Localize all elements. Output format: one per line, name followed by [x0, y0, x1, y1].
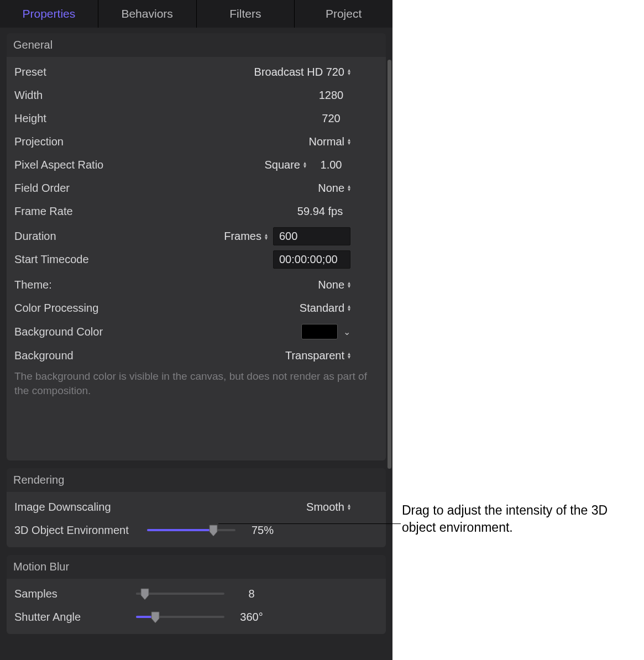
tab-behaviors[interactable]: Behaviors	[98, 0, 197, 28]
label-background: Background	[14, 349, 136, 362]
height-value[interactable]: 720	[312, 112, 350, 125]
row-duration: Duration Frames ▴▾	[7, 223, 386, 250]
callout-leader-line	[218, 523, 401, 524]
projection-popup[interactable]: Normal ▴▾	[309, 135, 350, 148]
row-preset: Preset Broadcast HD 720 ▴▾	[7, 60, 386, 83]
popup-stepper-icon: ▴▾	[348, 69, 350, 75]
label-3d-env: 3D Object Environment	[14, 524, 147, 537]
duration-input[interactable]	[273, 227, 350, 245]
par-mode-popup[interactable]: Square ▴▾	[265, 159, 307, 171]
section-general: General Preset Broadcast HD 720 ▴▾ Width	[7, 33, 386, 460]
color-proc-value: Standard	[300, 302, 344, 315]
row-color-proc: Color Processing Standard ▴▾	[7, 296, 386, 319]
projection-value: Normal	[309, 135, 344, 148]
popup-stepper-icon: ▴▾	[348, 504, 350, 510]
background-note: The background color is visible in the c…	[7, 367, 386, 403]
par-value[interactable]: 1.00	[312, 159, 350, 171]
tab-project[interactable]: Project	[295, 0, 392, 28]
downscaling-popup[interactable]: Smooth ▴▾	[306, 501, 350, 514]
row-field-order: Field Order None ▴▾	[7, 176, 386, 200]
popup-stepper-icon: ▴▾	[348, 138, 350, 145]
row-height: Height 720	[7, 107, 386, 130]
shutter-slider[interactable]	[136, 611, 224, 622]
section-header-general[interactable]: General	[7, 33, 386, 57]
tab-filters[interactable]: Filters	[197, 0, 295, 28]
background-popup[interactable]: Transparent ▴▾	[285, 349, 350, 362]
duration-mode-value: Frames	[224, 230, 261, 243]
label-field-order: Field Order	[14, 182, 136, 195]
inspector-panel: Properties Behaviors Filters Project Gen…	[0, 0, 392, 660]
frame-rate-value[interactable]: 59.94 fps	[290, 205, 350, 218]
chevron-down-icon[interactable]: ⌄	[343, 327, 350, 337]
label-shutter: Shutter Angle	[14, 611, 136, 624]
3d-env-slider[interactable]	[147, 525, 235, 536]
label-projection: Projection	[14, 135, 136, 148]
samples-slider[interactable]	[136, 588, 224, 599]
par-mode-value: Square	[265, 159, 301, 171]
duration-mode-popup[interactable]: Frames ▴▾	[224, 230, 268, 243]
popup-stepper-icon: ▴▾	[303, 161, 306, 168]
label-width: Width	[14, 89, 136, 102]
label-theme: Theme:	[14, 279, 136, 291]
inspector-tabs: Properties Behaviors Filters Project	[0, 0, 392, 28]
popup-stepper-icon: ▴▾	[348, 305, 350, 311]
row-frame-rate: Frame Rate 59.94 fps	[7, 200, 386, 223]
label-start-tc: Start Timecode	[14, 253, 136, 266]
row-start-tc: Start Timecode	[7, 250, 386, 273]
row-samples: Samples 8	[7, 582, 386, 605]
label-par: Pixel Aspect Ratio	[14, 159, 136, 171]
label-preset: Preset	[14, 66, 136, 78]
3d-env-value[interactable]: 75%	[243, 524, 282, 537]
downscaling-value: Smooth	[306, 501, 344, 514]
theme-popup[interactable]: None ▴▾	[318, 279, 350, 291]
field-order-value: None	[318, 182, 344, 195]
preset-value: Broadcast HD 720	[254, 66, 344, 78]
label-duration: Duration	[14, 230, 136, 243]
section-header-motion-blur[interactable]: Motion Blur	[7, 555, 386, 579]
label-frame-rate: Frame Rate	[14, 205, 136, 218]
label-color-proc: Color Processing	[14, 302, 136, 315]
row-theme: Theme: None ▴▾	[7, 273, 386, 296]
slider-thumb-icon	[140, 588, 150, 601]
row-background: Background Transparent ▴▾	[7, 344, 386, 367]
start-tc-input[interactable]	[273, 250, 350, 269]
row-shutter: Shutter Angle 360°	[7, 605, 386, 628]
background-value: Transparent	[285, 349, 344, 362]
label-height: Height	[14, 112, 136, 125]
row-width: Width 1280	[7, 83, 386, 107]
slider-thumb-icon	[150, 611, 160, 624]
popup-stepper-icon: ▴▾	[348, 352, 350, 359]
shutter-value[interactable]: 360°	[232, 611, 271, 624]
color-proc-popup[interactable]: Standard ▴▾	[300, 302, 350, 315]
callout-text: Drag to adjust the intensity of the 3D o…	[402, 502, 634, 536]
row-bg-color: Background Color ⌄	[7, 319, 386, 344]
row-par: Pixel Aspect Ratio Square ▴▾ 1.00	[7, 153, 386, 176]
popup-stepper-icon: ▴▾	[265, 233, 268, 240]
popup-stepper-icon: ▴▾	[348, 185, 350, 191]
preset-popup[interactable]: Broadcast HD 720 ▴▾	[254, 66, 350, 78]
popup-stepper-icon: ▴▾	[348, 281, 350, 288]
bg-color-swatch[interactable]	[301, 324, 338, 339]
section-body-motion-blur: Samples 8	[7, 579, 386, 634]
width-value[interactable]: 1280	[312, 89, 350, 102]
row-3d-env: 3D Object Environment 75%	[7, 518, 386, 542]
theme-value: None	[318, 279, 344, 291]
label-downscaling: Image Downscaling	[14, 501, 147, 514]
row-downscaling: Image Downscaling Smooth ▴▾	[7, 495, 386, 518]
samples-value[interactable]: 8	[232, 588, 271, 600]
bg-color-well[interactable]: ⌄	[301, 324, 350, 339]
label-samples: Samples	[14, 588, 136, 600]
section-header-rendering[interactable]: Rendering	[7, 468, 386, 492]
label-bg-color: Background Color	[14, 326, 136, 338]
scrollbar[interactable]	[388, 60, 391, 469]
section-body-general: Preset Broadcast HD 720 ▴▾ Width 1280	[7, 57, 386, 460]
section-rendering: Rendering Image Downscaling Smooth ▴▾ 3D…	[7, 468, 386, 547]
field-order-popup[interactable]: None ▴▾	[318, 182, 350, 195]
section-motion-blur: Motion Blur Samples	[7, 555, 386, 634]
section-body-rendering: Image Downscaling Smooth ▴▾ 3D Object En…	[7, 492, 386, 547]
tab-properties[interactable]: Properties	[0, 0, 98, 28]
slider-thumb-icon	[208, 524, 218, 537]
inspector-scroll: General Preset Broadcast HD 720 ▴▾ Width	[0, 28, 392, 660]
row-projection: Projection Normal ▴▾	[7, 130, 386, 153]
